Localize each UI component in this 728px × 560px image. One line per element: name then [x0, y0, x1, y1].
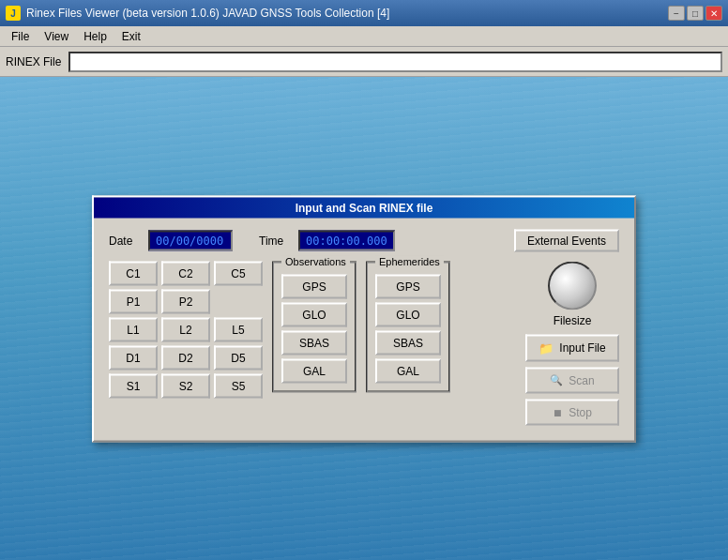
filesize-label: Filesize — [554, 313, 592, 326]
observations-group: Observations GPS GLO SBAS GAL — [272, 261, 356, 392]
stop-icon: ⏹ — [553, 406, 563, 417]
rinex-file-label: RINEX File — [6, 55, 61, 68]
obs-btn-l2[interactable]: L2 — [161, 317, 210, 341]
main-panel-row: C1 C2 C5 P1 P2 L1 L2 L5 D1 D2 D5 S1 — [109, 261, 619, 425]
main-content: Input and Scan RINEX file Date 00/00/000… — [0, 77, 728, 560]
menu-file[interactable]: File — [4, 28, 37, 45]
title-bar-title: Rinex Files Viewer (beta version 1.0.6) … — [26, 7, 389, 20]
ephemerides-btn-list: GPS GLO SBAS GAL — [375, 274, 441, 383]
title-bar: J Rinex Files Viewer (beta version 1.0.6… — [0, 0, 728, 26]
menu-exit[interactable]: Exit — [114, 28, 148, 45]
eph-sbas-button[interactable]: SBAS — [375, 330, 441, 355]
stop-label: Stop — [569, 405, 592, 418]
observations-label: Observations — [281, 255, 350, 266]
dialog-title: Input and Scan RINEX file — [94, 197, 634, 218]
obs-btn-d1[interactable]: D1 — [109, 345, 158, 370]
obs-btn-c2[interactable]: C2 — [161, 261, 210, 285]
obs-btn-s1[interactable]: S1 — [109, 373, 158, 398]
eph-glo-button[interactable]: GLO — [375, 302, 441, 326]
external-events-button[interactable]: External Events — [514, 229, 619, 251]
action-buttons: 📁 Input File 🔍 Scan ⏹ Stop — [525, 334, 619, 425]
obs-empty-1 — [214, 289, 263, 313]
obs-btn-p2[interactable]: P2 — [161, 289, 210, 313]
rinex-file-input[interactable] — [68, 52, 722, 72]
obs-btn-d2[interactable]: D2 — [161, 345, 210, 370]
scan-icon: 🔍 — [550, 374, 563, 386]
eph-gal-button[interactable]: GAL — [375, 358, 441, 383]
toolbar: RINEX File — [0, 47, 728, 77]
filesize-area: Filesize — [548, 261, 597, 326]
observations-btn-list: GPS GLO SBAS GAL — [281, 274, 347, 383]
obs-glo-button[interactable]: GLO — [281, 302, 347, 326]
maximize-button[interactable]: □ — [687, 6, 704, 21]
scan-label: Scan — [569, 373, 594, 386]
ephemerides-group: Ephemerides GPS GLO SBAS GAL — [366, 261, 450, 392]
scan-button[interactable]: 🔍 Scan — [525, 367, 619, 393]
time-value: 00:00:00.000 — [298, 230, 395, 250]
obs-btn-l5[interactable]: L5 — [214, 317, 263, 341]
obs-btn-c5[interactable]: C5 — [214, 261, 263, 285]
close-button[interactable]: ✕ — [705, 6, 722, 21]
title-bar-left: J Rinex Files Viewer (beta version 1.0.6… — [6, 6, 389, 21]
obs-btn-s2[interactable]: S2 — [161, 373, 210, 398]
folder-icon: 📁 — [538, 341, 554, 355]
date-label: Date — [109, 234, 137, 247]
obs-btn-d5[interactable]: D5 — [214, 345, 263, 370]
menu-help[interactable]: Help — [76, 28, 114, 45]
minimize-button[interactable]: − — [668, 6, 685, 21]
date-value: 00/00/0000 — [148, 230, 233, 250]
ephemerides-label: Ephemerides — [375, 255, 444, 266]
right-panel: Filesize 📁 Input File 🔍 Scan — [525, 261, 619, 425]
title-bar-controls: − □ ✕ — [668, 6, 722, 21]
obs-btn-l1[interactable]: L1 — [109, 317, 158, 341]
datetime-row: Date 00/00/0000 Time 00:00:00.000 Extern… — [109, 229, 619, 251]
dialog: Input and Scan RINEX file Date 00/00/000… — [92, 195, 636, 442]
obs-btn-p1[interactable]: P1 — [109, 289, 158, 313]
dialog-body: Date 00/00/0000 Time 00:00:00.000 Extern… — [94, 218, 634, 440]
obs-grid: C1 C2 C5 P1 P2 L1 L2 L5 D1 D2 D5 S1 — [109, 261, 263, 398]
time-label: Time — [259, 234, 287, 247]
obs-gps-button[interactable]: GPS — [281, 274, 347, 298]
menu-view[interactable]: View — [37, 28, 76, 45]
input-file-button[interactable]: 📁 Input File — [525, 334, 619, 361]
app-icon: J — [6, 6, 21, 21]
filesize-circle — [548, 261, 597, 310]
eph-gps-button[interactable]: GPS — [375, 274, 441, 298]
input-file-label: Input File — [559, 341, 605, 355]
obs-btn-s5[interactable]: S5 — [214, 373, 263, 398]
menu-bar: File View Help Exit — [0, 26, 728, 47]
obs-gal-button[interactable]: GAL — [281, 358, 347, 383]
obs-btn-c1[interactable]: C1 — [109, 261, 158, 285]
stop-button[interactable]: ⏹ Stop — [525, 399, 619, 425]
obs-sbas-button[interactable]: SBAS — [281, 330, 347, 355]
